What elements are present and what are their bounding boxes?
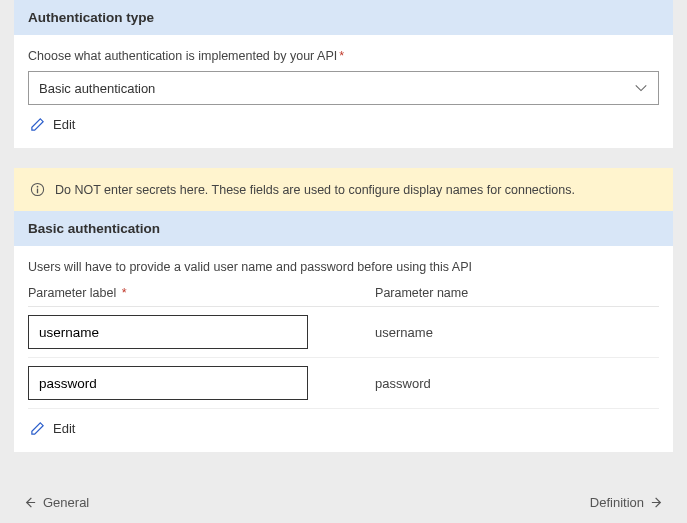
edit-basic-label: Edit — [53, 421, 75, 436]
param-label-input-1[interactable] — [28, 366, 308, 400]
required-asterisk: * — [339, 49, 344, 63]
edit-basic-auth-button[interactable]: Edit — [30, 421, 75, 436]
pencil-icon — [30, 117, 45, 132]
basic-auth-desc: Users will have to provide a valid user … — [28, 260, 659, 274]
nav-prev-general[interactable]: General — [22, 495, 89, 510]
param-name-1: password — [375, 376, 659, 391]
nav-next-label: Definition — [590, 495, 644, 510]
svg-point-1 — [37, 186, 39, 188]
warning-banner: Do NOT enter secrets here. These fields … — [14, 168, 673, 211]
info-icon — [30, 182, 45, 197]
param-table: Parameter label * Parameter name usernam… — [28, 280, 659, 409]
auth-type-select[interactable]: Basic authentication — [28, 71, 659, 105]
chevron-down-icon — [634, 81, 648, 95]
arrow-left-icon — [22, 495, 37, 510]
param-label-input-0[interactable] — [28, 315, 308, 349]
edit-auth-type-button[interactable]: Edit — [30, 117, 75, 132]
nav-prev-label: General — [43, 495, 89, 510]
auth-type-label: Choose what authentication is implemente… — [28, 49, 659, 63]
param-name-0: username — [375, 325, 659, 340]
pencil-icon — [30, 421, 45, 436]
basic-auth-header: Basic authentication — [14, 211, 673, 246]
svg-rect-2 — [37, 189, 38, 194]
table-row: username — [28, 307, 659, 358]
edit-auth-label: Edit — [53, 117, 75, 132]
warning-text: Do NOT enter secrets here. These fields … — [55, 183, 575, 197]
auth-type-select-value: Basic authentication — [39, 81, 155, 96]
nav-next-definition[interactable]: Definition — [590, 495, 665, 510]
auth-type-header: Authentication type — [14, 0, 673, 35]
table-row: password — [28, 358, 659, 409]
arrow-right-icon — [650, 495, 665, 510]
footer-nav: General Definition — [0, 481, 687, 523]
param-table-head: Parameter label * Parameter name — [28, 280, 659, 307]
